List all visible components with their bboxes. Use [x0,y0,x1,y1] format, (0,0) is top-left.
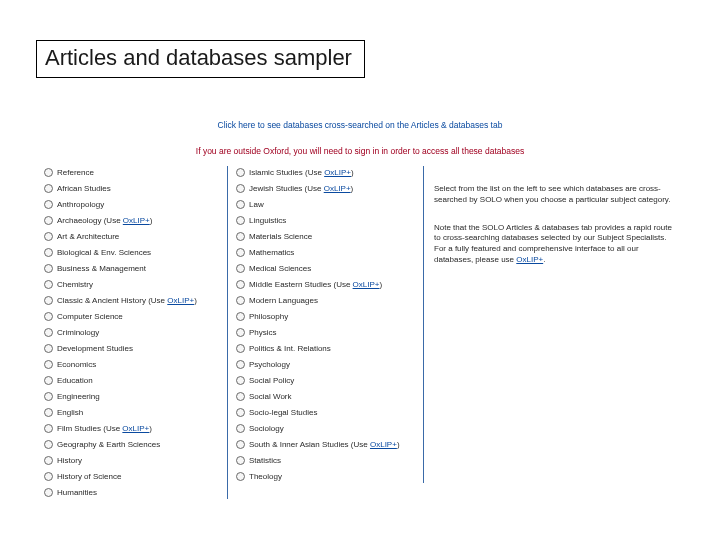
slide-title-box: Articles and databases sampler [36,40,365,78]
subject-row[interactable]: Sociology [236,422,417,435]
radio-icon[interactable] [236,456,245,465]
subject-row[interactable]: Mathematics [236,246,417,259]
radio-icon[interactable] [236,392,245,401]
radio-icon[interactable] [236,200,245,209]
subject-row[interactable]: English [44,406,221,419]
subject-row[interactable]: Modern Languages [236,294,417,307]
subject-row[interactable]: Business & Management [44,262,221,275]
radio-icon[interactable] [44,248,53,257]
radio-icon[interactable] [44,344,53,353]
radio-icon[interactable] [44,184,53,193]
radio-icon[interactable] [44,472,53,481]
radio-icon[interactable] [236,248,245,257]
subject-row[interactable]: History of Science [44,470,221,483]
subject-row[interactable]: Philosophy [236,310,417,323]
info-column: Select from the list on the left to see … [424,166,676,280]
subject-row[interactable]: Engineering [44,390,221,403]
subject-label: Physics [249,328,277,337]
subject-row[interactable]: Economics [44,358,221,371]
subject-row[interactable]: Socio-legal Studies [236,406,417,419]
radio-icon[interactable] [44,200,53,209]
subject-row[interactable]: Psychology [236,358,417,371]
radio-icon[interactable] [44,216,53,225]
radio-icon[interactable] [236,344,245,353]
subject-row[interactable]: Computer Science [44,310,221,323]
radio-icon[interactable] [236,424,245,433]
subject-row[interactable]: History [44,454,221,467]
subject-label: Film Studies (Use OxLIP+) [57,424,152,433]
radio-icon[interactable] [44,488,53,497]
radio-icon[interactable] [44,440,53,449]
subject-row[interactable]: Education [44,374,221,387]
subject-row[interactable]: Politics & Int. Relations [236,342,417,355]
oxlip-link[interactable]: OxLIP+ [324,168,351,177]
radio-icon[interactable] [236,360,245,369]
oxlip-link[interactable]: OxLIP+ [353,280,380,289]
subject-row[interactable]: Archaeology (Use OxLIP+) [44,214,221,227]
oxlip-link[interactable]: OxLIP+ [370,440,397,449]
radio-icon[interactable] [44,232,53,241]
subject-row[interactable]: South & Inner Asian Studies (Use OxLIP+) [236,438,417,451]
radio-icon[interactable] [236,440,245,449]
subject-row[interactable]: Anthropology [44,198,221,211]
subject-row[interactable]: Jewish Studies (Use OxLIP+) [236,182,417,195]
subject-label: Classic & Ancient History (Use OxLIP+) [57,296,197,305]
radio-icon[interactable] [44,392,53,401]
subject-row[interactable]: African Studies [44,182,221,195]
info-paragraph-1: Select from the list on the left to see … [434,184,676,206]
radio-icon[interactable] [236,216,245,225]
oxlip-link[interactable]: OxLIP+ [123,216,150,225]
radio-icon[interactable] [236,232,245,241]
subject-label: Materials Science [249,232,312,241]
radio-icon[interactable] [44,408,53,417]
subject-row[interactable]: Materials Science [236,230,417,243]
subject-row[interactable]: Humanities [44,486,221,499]
oxlip-link[interactable]: OxLIP+ [167,296,194,305]
radio-icon[interactable] [236,280,245,289]
radio-icon[interactable] [236,264,245,273]
subject-row[interactable]: Theology [236,470,417,483]
subject-row[interactable]: Chemistry [44,278,221,291]
oxlip-link[interactable]: OxLIP+ [324,184,351,193]
subject-row[interactable]: Middle Eastern Studies (Use OxLIP+) [236,278,417,291]
radio-icon[interactable] [44,328,53,337]
radio-icon[interactable] [236,328,245,337]
oxlip-link[interactable]: OxLIP+ [516,255,543,264]
radio-icon[interactable] [44,296,53,305]
radio-icon[interactable] [236,312,245,321]
subject-row[interactable]: Film Studies (Use OxLIP+) [44,422,221,435]
subject-row[interactable]: Statistics [236,454,417,467]
subject-row[interactable]: Biological & Env. Sciences [44,246,221,259]
subject-row[interactable]: Medical Sciences [236,262,417,275]
oxlip-link[interactable]: OxLIP+ [122,424,149,433]
subject-row[interactable]: Social Policy [236,374,417,387]
subject-row[interactable]: Social Work [236,390,417,403]
subject-row[interactable]: Art & Architecture [44,230,221,243]
radio-icon[interactable] [44,312,53,321]
radio-icon[interactable] [44,264,53,273]
subject-row[interactable]: Reference [44,166,221,179]
radio-icon[interactable] [44,376,53,385]
radio-icon[interactable] [236,376,245,385]
radio-icon[interactable] [44,168,53,177]
radio-icon[interactable] [236,184,245,193]
subject-row[interactable]: Classic & Ancient History (Use OxLIP+) [44,294,221,307]
subject-column-1: ReferenceAfrican StudiesAnthropologyArch… [44,166,228,499]
subject-row[interactable]: Linguistics [236,214,417,227]
radio-icon[interactable] [44,280,53,289]
radio-icon[interactable] [236,168,245,177]
radio-icon[interactable] [44,360,53,369]
radio-icon[interactable] [236,296,245,305]
radio-icon[interactable] [44,456,53,465]
radio-icon[interactable] [44,424,53,433]
subject-label: Business & Management [57,264,146,273]
subject-row[interactable]: Law [236,198,417,211]
subject-row[interactable]: Development Studies [44,342,221,355]
subject-row[interactable]: Islamic Studies (Use OxLIP+) [236,166,417,179]
subject-row[interactable]: Geography & Earth Sciences [44,438,221,451]
subject-row[interactable]: Criminology [44,326,221,339]
subject-row[interactable]: Physics [236,326,417,339]
radio-icon[interactable] [236,472,245,481]
banner-link[interactable]: Click here to see databases cross-search… [218,120,503,130]
radio-icon[interactable] [236,408,245,417]
